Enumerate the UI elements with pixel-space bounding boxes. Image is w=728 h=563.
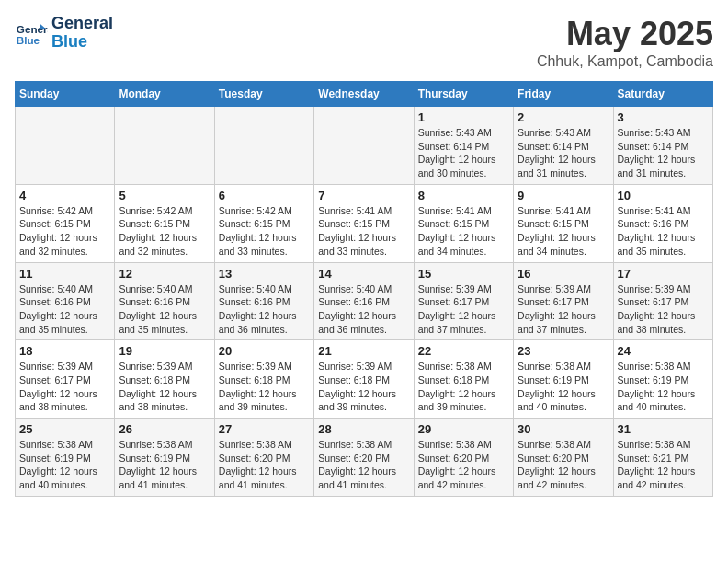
- day-info: Sunrise: 5:40 AM Sunset: 6:16 PM Dayligh…: [119, 282, 210, 337]
- calendar-cell: 6Sunrise: 5:42 AM Sunset: 6:15 PM Daylig…: [214, 184, 313, 262]
- calendar-cell: 17Sunrise: 5:39 AM Sunset: 6:17 PM Dayli…: [613, 262, 712, 340]
- calendar-cell: 19Sunrise: 5:39 AM Sunset: 6:18 PM Dayli…: [115, 340, 214, 419]
- day-number: 8: [418, 189, 509, 202]
- day-info: Sunrise: 5:41 AM Sunset: 6:15 PM Dayligh…: [418, 204, 509, 259]
- day-info: Sunrise: 5:39 AM Sunset: 6:17 PM Dayligh…: [418, 282, 509, 337]
- day-number: 10: [618, 189, 709, 202]
- day-info: Sunrise: 5:38 AM Sunset: 6:21 PM Dayligh…: [618, 438, 709, 492]
- day-info: Sunrise: 5:43 AM Sunset: 6:14 PM Dayligh…: [418, 126, 509, 180]
- weekday-header: Thursday: [414, 82, 513, 107]
- calendar-cell: 24Sunrise: 5:38 AM Sunset: 6:19 PM Dayli…: [613, 340, 712, 419]
- day-info: Sunrise: 5:38 AM Sunset: 6:19 PM Dayligh…: [19, 438, 110, 492]
- calendar-week: 25Sunrise: 5:38 AM Sunset: 6:19 PM Dayli…: [16, 419, 713, 497]
- day-info: Sunrise: 5:39 AM Sunset: 6:17 PM Dayligh…: [518, 282, 609, 337]
- weekday-header: Friday: [514, 82, 613, 107]
- day-number: 14: [318, 267, 409, 281]
- day-info: Sunrise: 5:42 AM Sunset: 6:15 PM Dayligh…: [119, 204, 210, 259]
- calendar-cell: 11Sunrise: 5:40 AM Sunset: 6:16 PM Dayli…: [16, 262, 115, 340]
- calendar-cell: 3Sunrise: 5:43 AM Sunset: 6:14 PM Daylig…: [613, 107, 712, 185]
- day-number: 2: [518, 110, 609, 124]
- calendar-cell: 16Sunrise: 5:39 AM Sunset: 6:17 PM Dayli…: [514, 262, 613, 340]
- calendar-table: SundayMondayTuesdayWednesdayThursdayFrid…: [15, 81, 713, 497]
- calendar-cell: 22Sunrise: 5:38 AM Sunset: 6:18 PM Dayli…: [414, 340, 513, 419]
- calendar-cell: 30Sunrise: 5:38 AM Sunset: 6:20 PM Dayli…: [514, 419, 613, 497]
- day-info: Sunrise: 5:38 AM Sunset: 6:18 PM Dayligh…: [418, 360, 509, 414]
- day-info: Sunrise: 5:42 AM Sunset: 6:15 PM Dayligh…: [219, 204, 310, 259]
- calendar-cell: 4Sunrise: 5:42 AM Sunset: 6:15 PM Daylig…: [16, 184, 115, 262]
- title-block: May 2025 Chhuk, Kampot, Cambodia: [537, 15, 713, 70]
- day-number: 28: [318, 422, 409, 436]
- day-info: Sunrise: 5:43 AM Sunset: 6:14 PM Dayligh…: [618, 126, 709, 180]
- day-number: 4: [19, 189, 110, 202]
- calendar-cell: 8Sunrise: 5:41 AM Sunset: 6:15 PM Daylig…: [414, 184, 513, 262]
- day-info: Sunrise: 5:39 AM Sunset: 6:17 PM Dayligh…: [19, 360, 110, 414]
- calendar-week: 11Sunrise: 5:40 AM Sunset: 6:16 PM Dayli…: [16, 262, 713, 340]
- day-number: 27: [219, 422, 310, 436]
- calendar-cell: 23Sunrise: 5:38 AM Sunset: 6:19 PM Dayli…: [514, 340, 613, 419]
- day-number: 30: [518, 422, 609, 436]
- day-info: Sunrise: 5:39 AM Sunset: 6:18 PM Dayligh…: [119, 360, 210, 414]
- day-info: Sunrise: 5:38 AM Sunset: 6:19 PM Dayligh…: [618, 360, 709, 414]
- calendar-week: 1Sunrise: 5:43 AM Sunset: 6:14 PM Daylig…: [16, 107, 713, 185]
- weekday-header: Tuesday: [214, 82, 313, 107]
- weekday-header: Wednesday: [314, 82, 414, 107]
- day-info: Sunrise: 5:40 AM Sunset: 6:16 PM Dayligh…: [318, 282, 409, 337]
- day-number: 15: [418, 267, 509, 281]
- calendar-body: 1Sunrise: 5:43 AM Sunset: 6:14 PM Daylig…: [16, 107, 713, 497]
- day-number: 9: [518, 189, 609, 202]
- day-info: Sunrise: 5:38 AM Sunset: 6:19 PM Dayligh…: [518, 360, 609, 414]
- calendar-cell: 14Sunrise: 5:40 AM Sunset: 6:16 PM Dayli…: [314, 262, 414, 340]
- calendar-cell: 18Sunrise: 5:39 AM Sunset: 6:17 PM Dayli…: [16, 340, 115, 419]
- day-info: Sunrise: 5:39 AM Sunset: 6:18 PM Dayligh…: [219, 360, 310, 414]
- calendar-cell: 28Sunrise: 5:38 AM Sunset: 6:20 PM Dayli…: [314, 419, 414, 497]
- weekday-header: Monday: [115, 82, 214, 107]
- day-number: 17: [618, 267, 709, 281]
- calendar-week: 18Sunrise: 5:39 AM Sunset: 6:17 PM Dayli…: [16, 340, 713, 419]
- day-info: Sunrise: 5:41 AM Sunset: 6:15 PM Dayligh…: [518, 204, 609, 259]
- logo-text: General Blue: [51, 15, 113, 52]
- calendar-cell: [115, 107, 214, 185]
- calendar-cell: 27Sunrise: 5:38 AM Sunset: 6:20 PM Dayli…: [214, 419, 313, 497]
- day-info: Sunrise: 5:38 AM Sunset: 6:20 PM Dayligh…: [219, 438, 310, 492]
- weekday-header: Saturday: [613, 82, 712, 107]
- calendar-subtitle: Chhuk, Kampot, Cambodia: [537, 53, 713, 70]
- calendar-cell: 5Sunrise: 5:42 AM Sunset: 6:15 PM Daylig…: [115, 184, 214, 262]
- calendar-header: SundayMondayTuesdayWednesdayThursdayFrid…: [16, 82, 713, 107]
- calendar-cell: 12Sunrise: 5:40 AM Sunset: 6:16 PM Dayli…: [115, 262, 214, 340]
- day-info: Sunrise: 5:38 AM Sunset: 6:20 PM Dayligh…: [418, 438, 509, 492]
- day-number: 19: [119, 344, 210, 358]
- logo-icon: General Blue: [15, 17, 48, 50]
- day-number: 1: [418, 110, 509, 124]
- calendar-week: 4Sunrise: 5:42 AM Sunset: 6:15 PM Daylig…: [16, 184, 713, 262]
- calendar-cell: [16, 107, 115, 185]
- day-number: 21: [318, 344, 409, 358]
- calendar-cell: 21Sunrise: 5:39 AM Sunset: 6:18 PM Dayli…: [314, 340, 414, 419]
- svg-text:Blue: Blue: [17, 33, 40, 45]
- calendar-cell: 25Sunrise: 5:38 AM Sunset: 6:19 PM Dayli…: [16, 419, 115, 497]
- day-number: 11: [19, 267, 110, 281]
- day-number: 22: [418, 344, 509, 358]
- day-info: Sunrise: 5:42 AM Sunset: 6:15 PM Dayligh…: [19, 204, 110, 259]
- day-number: 16: [518, 267, 609, 281]
- day-number: 26: [119, 422, 210, 436]
- weekday-header: Sunday: [16, 82, 115, 107]
- calendar-cell: 13Sunrise: 5:40 AM Sunset: 6:16 PM Dayli…: [214, 262, 313, 340]
- day-number: 13: [219, 267, 310, 281]
- calendar-cell: 31Sunrise: 5:38 AM Sunset: 6:21 PM Dayli…: [613, 419, 712, 497]
- day-info: Sunrise: 5:40 AM Sunset: 6:16 PM Dayligh…: [219, 282, 310, 337]
- day-number: 23: [518, 344, 609, 358]
- day-number: 12: [119, 267, 210, 281]
- page-header: General Blue General Blue May 2025 Chhuk…: [15, 15, 713, 70]
- day-info: Sunrise: 5:41 AM Sunset: 6:16 PM Dayligh…: [618, 204, 709, 259]
- calendar-cell: 10Sunrise: 5:41 AM Sunset: 6:16 PM Dayli…: [613, 184, 712, 262]
- day-info: Sunrise: 5:39 AM Sunset: 6:18 PM Dayligh…: [318, 360, 409, 414]
- calendar-cell: 29Sunrise: 5:38 AM Sunset: 6:20 PM Dayli…: [414, 419, 513, 497]
- calendar-cell: [214, 107, 313, 185]
- day-info: Sunrise: 5:39 AM Sunset: 6:17 PM Dayligh…: [618, 282, 709, 337]
- day-number: 31: [618, 422, 709, 436]
- day-number: 7: [318, 189, 409, 202]
- day-number: 25: [19, 422, 110, 436]
- day-info: Sunrise: 5:41 AM Sunset: 6:15 PM Dayligh…: [318, 204, 409, 259]
- day-info: Sunrise: 5:40 AM Sunset: 6:16 PM Dayligh…: [19, 282, 110, 337]
- logo: General Blue General Blue: [15, 15, 113, 52]
